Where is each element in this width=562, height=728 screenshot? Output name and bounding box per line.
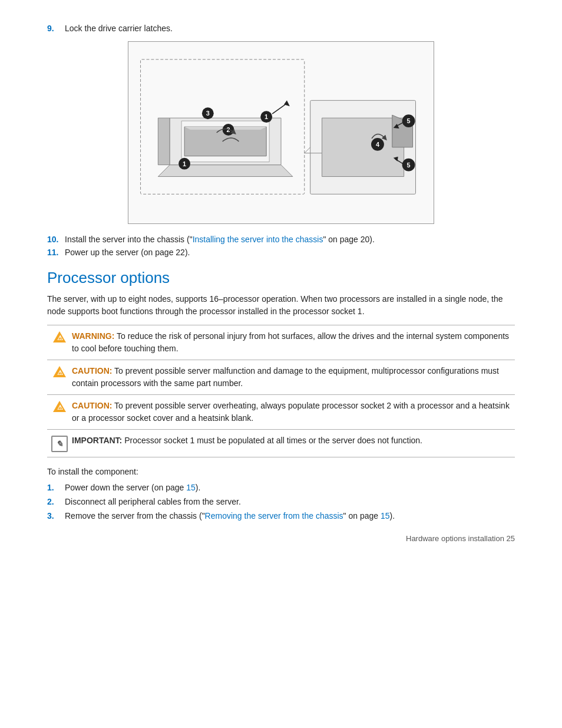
caution2-content: CAUTION: To prevent possible server over… [72, 400, 515, 424]
footer-text: Hardware options installation 25 [406, 534, 515, 543]
caution1-text: To prevent possible server malfunction a… [72, 366, 499, 388]
install-step-1-link[interactable]: 15 [186, 483, 196, 492]
page-content: 9. Lock the drive carrier latches. [0, 0, 562, 561]
svg-marker-8 [284, 100, 290, 106]
install-step-2-text: Disconnect all peripheral cables from th… [65, 497, 515, 506]
warning-label: WARNING: [72, 331, 114, 341]
notice-important: ✎ IMPORTANT: Processor socket 1 must be … [47, 430, 515, 457]
install-step-2: 2. Disconnect all peripheral cables from… [47, 497, 515, 506]
svg-text:5: 5 [407, 162, 411, 169]
section-heading: Processor options [47, 269, 515, 287]
important-text: Processor socket 1 must be populated at … [124, 436, 422, 445]
install-step-3-number: 3. [47, 511, 65, 521]
step-9-number: 9. [47, 24, 65, 33]
important-label: IMPORTANT: [72, 436, 122, 445]
step-10-text: Install the server into the chassis ("In… [65, 235, 515, 244]
drive-carrier-diagram: 3 2 1 1 [128, 41, 434, 224]
page-footer: Hardware options installation 25 [406, 534, 515, 543]
install-step-3: 3. Remove the server from the chassis ("… [47, 511, 515, 521]
svg-text:1: 1 [183, 160, 186, 167]
caution1-label: CAUTION: [72, 366, 112, 375]
install-step-2-number: 2. [47, 497, 65, 506]
svg-text:5: 5 [407, 117, 411, 124]
caution2-label: CAUTION: [72, 401, 112, 410]
step-10-text-after: " on page 20). [323, 235, 374, 244]
svg-text:3: 3 [206, 110, 210, 117]
warning-text: To reduce the risk of personal injury fr… [72, 331, 509, 353]
diagram-area: 3 2 1 1 [47, 41, 515, 224]
warning-icon-col: ⚠ [47, 330, 72, 342]
warning-triangle-icon: ⚠ [53, 331, 66, 342]
important-content: IMPORTANT: Processor socket 1 must be po… [72, 434, 515, 447]
warning-content: WARNING: To reduce the risk of personal … [72, 330, 515, 355]
caution1-icon-col: ⚠ [47, 365, 72, 377]
svg-line-7 [272, 103, 287, 114]
step-9: 9. Lock the drive carrier latches. [47, 24, 515, 33]
step-10-number: 10. [47, 235, 65, 244]
install-step-1-text: Power down the server (on page 15). [65, 483, 515, 492]
install-intro: To install the component: [47, 466, 515, 478]
caution2-text: To prevent possible server overheating, … [72, 401, 510, 423]
caution2-icon-col: ⚠ [47, 400, 72, 412]
step-10-text-before: Install the server into the chassis (" [65, 235, 193, 244]
important-note-icon: ✎ [51, 436, 68, 452]
caution2-triangle-icon: ⚠ [53, 401, 66, 412]
install-steps: To install the component: 1. Power down … [47, 466, 515, 521]
caution1-triangle-icon: ⚠ [53, 366, 66, 377]
notice-warning: ⚠ WARNING: To reduce the risk of persona… [47, 325, 515, 360]
notice-caution-1: ⚠ CAUTION: To prevent possible server ma… [47, 360, 515, 395]
caution1-content: CAUTION: To prevent possible server malf… [72, 365, 515, 390]
step-10-link[interactable]: Installing the server into the chassis [193, 235, 323, 244]
install-step-3-text: Remove the server from the chassis ("Rem… [65, 511, 515, 521]
svg-line-23 [305, 147, 310, 153]
notices-container: ⚠ WARNING: To reduce the risk of persona… [47, 325, 515, 457]
important-icon-col: ✎ [47, 434, 72, 452]
install-step-1: 1. Power down the server (on page 15). [47, 483, 515, 492]
svg-text:4: 4 [376, 141, 379, 148]
install-step-3-link[interactable]: Removing the server from the chassis [205, 511, 343, 521]
step-10: 10. Install the server into the chassis … [47, 235, 515, 244]
step-9-text: Lock the drive carrier latches. [65, 24, 515, 33]
diagram-svg: 3 2 1 1 [128, 42, 434, 223]
notice-caution-2: ⚠ CAUTION: To prevent possible server ov… [47, 395, 515, 430]
section-body: The server, with up to eight nodes, supp… [47, 293, 515, 318]
install-step-3-link-2[interactable]: 15 [381, 511, 390, 521]
step-11-text: Power up the server (on page 22). [65, 248, 515, 257]
svg-text:1: 1 [265, 113, 268, 120]
step-11: 11. Power up the server (on page 22). [47, 248, 515, 257]
step-11-number: 11. [47, 248, 65, 257]
install-step-1-number: 1. [47, 483, 65, 492]
